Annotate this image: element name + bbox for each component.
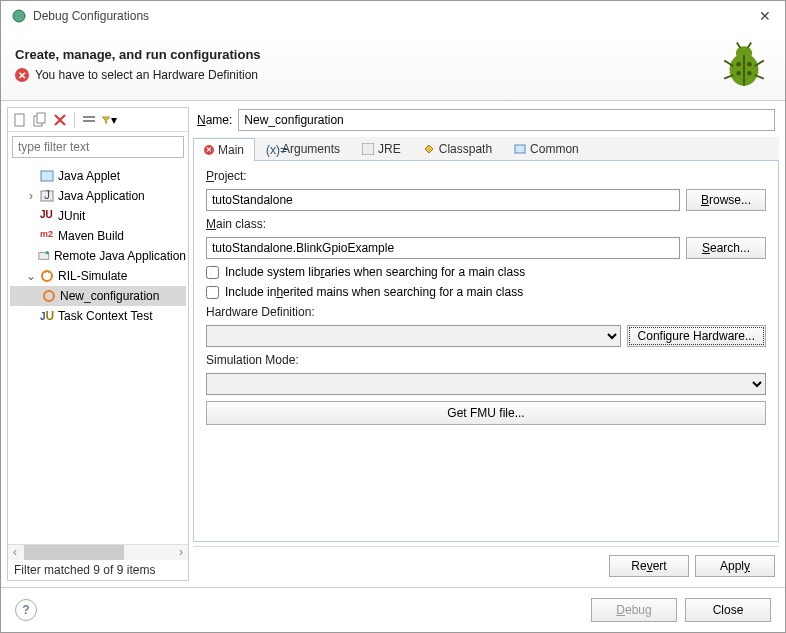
tab-label: Common [530,142,579,156]
new-config-icon[interactable] [12,112,28,128]
include-system-checkbox[interactable]: Include system libraries when searching … [206,265,766,279]
tree-label: Java Applet [58,169,120,183]
name-label: Name: [197,113,232,127]
svg-point-0 [13,10,25,22]
tab-error-icon: ✕ [204,145,214,155]
project-input[interactable] [206,189,680,211]
tree-item-java-application[interactable]: › J Java Application [10,186,186,206]
filter-status: Filter matched 9 of 9 items [8,560,188,580]
window-title: Debug Configurations [33,9,149,23]
svg-rect-12 [41,171,53,181]
svg-rect-9 [37,113,45,123]
common-icon [514,143,526,155]
remote-icon [38,249,50,263]
project-label: Project: [206,169,766,183]
tab-bar: ✕ Main (x)= Arguments JRE Classpath Comm… [193,137,779,161]
ril-icon [42,289,56,303]
chevron-down-icon[interactable]: ⌄ [26,269,36,283]
header-title: Create, manage, and run configurations [15,47,771,62]
svg-rect-7 [15,114,24,126]
svg-point-17 [42,271,52,281]
dialog-footer: ? Debug Close [1,587,785,632]
task-icon: JU [40,309,54,323]
tree-label: RIL-Simulate [58,269,127,283]
debug-button[interactable]: Debug [591,598,677,622]
tree-item-new-configuration[interactable]: New_configuration [10,286,186,306]
right-panel: Name: ✕ Main (x)= Arguments JRE Classpat… [193,107,779,581]
duplicate-icon[interactable] [32,112,48,128]
simulation-label: Simulation Mode: [206,353,766,367]
jre-icon [362,143,374,155]
include-inherited-checkbox[interactable]: Include inherited mains when searching f… [206,285,766,299]
tree-item-maven[interactable]: m2 Maven Build [10,226,186,246]
svg-point-16 [46,251,49,254]
filter-icon[interactable]: ▾ [101,112,117,128]
hardware-select[interactable] [206,325,621,347]
tree-label: New_configuration [60,289,159,303]
search-button[interactable]: Search... [686,237,766,259]
tab-common[interactable]: Common [503,137,590,160]
svg-rect-11 [83,120,95,122]
tab-label: Arguments [282,142,340,156]
help-icon[interactable]: ? [15,599,37,621]
name-input[interactable] [238,109,775,131]
tab-arguments[interactable]: (x)= Arguments [255,137,351,160]
horizontal-scrollbar[interactable]: ‹ › [8,544,188,560]
tab-main[interactable]: ✕ Main [193,138,255,161]
applet-icon [40,169,54,183]
configure-hardware-button[interactable]: Configure Hardware... [627,325,766,347]
tree-item-ril-simulate[interactable]: ⌄ RIL-Simulate [10,266,186,286]
tree-item-task-context[interactable]: JU Task Context Test [10,306,186,326]
mainclass-input[interactable] [206,237,680,259]
junit-icon: JU [40,209,54,223]
svg-rect-19 [362,143,374,155]
bug-icon [717,39,771,93]
error-icon: ✕ [15,68,29,82]
svg-point-3 [736,62,741,66]
java-icon: J [40,189,54,203]
titlebar: Debug Configurations ✕ [1,1,785,31]
collapse-icon[interactable] [81,112,97,128]
tab-classpath[interactable]: Classpath [412,137,503,160]
simulation-select[interactable] [206,373,766,395]
apply-button[interactable]: Apply [695,555,775,577]
tab-label: Main [218,143,244,157]
config-tree: Java Applet › J Java Application JU JUni… [8,162,188,544]
checkbox-label: Include inherited mains when searching f… [225,285,523,299]
tree-label: Java Application [58,189,145,203]
app-icon [11,8,27,24]
classpath-icon [423,143,435,155]
delete-icon[interactable] [52,112,68,128]
browse-button[interactable]: Browse... [686,189,766,211]
tree-item-junit[interactable]: JU JUnit [10,206,186,226]
left-toolbar: ▾ [8,108,188,132]
dialog-header: Create, manage, and run configurations ✕… [1,31,785,101]
chevron-right-icon[interactable]: › [26,189,36,203]
tab-jre[interactable]: JRE [351,137,412,160]
header-error-text: You have to select an Hardware Definitio… [35,68,258,82]
right-footer: Revert Apply [193,546,779,581]
tree-item-java-applet[interactable]: Java Applet [10,166,186,186]
close-icon[interactable]: ✕ [755,8,775,24]
tree-label: JUnit [58,209,85,223]
ril-icon [40,269,54,283]
tree-label: Task Context Test [58,309,153,323]
svg-text:J: J [44,189,50,202]
checkbox-label: Include system libraries when searching … [225,265,525,279]
get-fmu-button[interactable]: Get FMU file... [206,401,766,425]
filter-input[interactable] [12,136,184,158]
tree-label: Remote Java Application [54,249,186,263]
close-button[interactable]: Close [685,598,771,622]
mainclass-label: Main class: [206,217,766,231]
svg-point-5 [736,71,741,76]
svg-point-18 [44,291,54,301]
svg-rect-20 [515,145,525,153]
tree-item-remote-java[interactable]: Remote Java Application [10,246,186,266]
hardware-label: Hardware Definition: [206,305,766,319]
tab-label: Classpath [439,142,492,156]
tab-label: JRE [378,142,401,156]
maven-icon: m2 [40,229,54,243]
tree-label: Maven Build [58,229,124,243]
revert-button[interactable]: Revert [609,555,689,577]
arguments-icon: (x)= [266,143,278,155]
